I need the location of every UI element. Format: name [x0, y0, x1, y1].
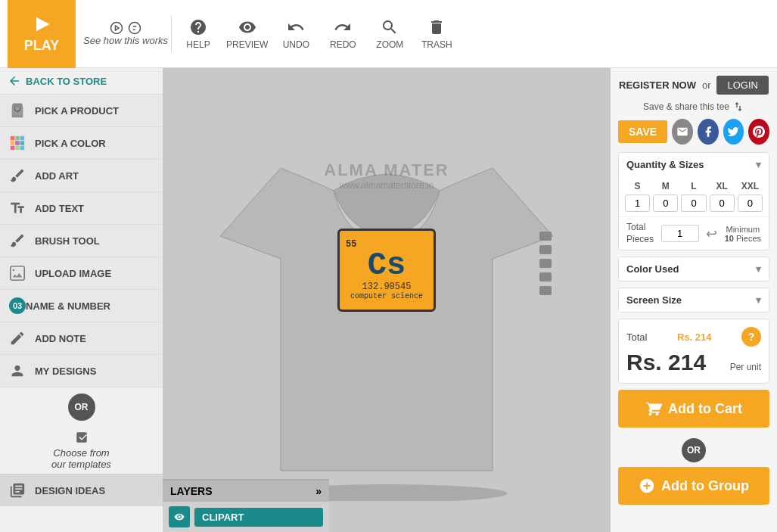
help-price-icon[interactable]: ?	[741, 327, 761, 347]
help-tool[interactable]: HELP	[179, 18, 217, 50]
element-name: computer science	[350, 292, 423, 300]
size-xxl-input[interactable]	[738, 194, 763, 212]
price-section: Total Rs. 214 ? Rs. 214 Per unit	[618, 319, 769, 384]
sidebar-item-my-designs[interactable]: MY DESIGNS	[0, 355, 163, 387]
back-to-store-link[interactable]: BACK TO STORE	[0, 68, 163, 95]
size-s-input[interactable]	[625, 194, 650, 212]
total-line: Total Rs. 214 ?	[626, 327, 761, 347]
zoom-tool[interactable]: ZOOM	[371, 18, 409, 50]
or-divider: OR	[68, 394, 95, 421]
sidebar-item-add-note-label: ADD NOTE	[35, 333, 86, 344]
resize-handle-mid2[interactable]	[539, 259, 552, 268]
price-big: Rs. 214	[626, 350, 706, 375]
resize-handle-top[interactable]	[539, 232, 552, 241]
svg-rect-3	[11, 136, 15, 141]
canvas-area: ALMA MATER www.almamaterstore.in 55 Cs 1…	[163, 68, 611, 532]
layers-header: LAYERS »	[163, 481, 329, 502]
screen-size-header[interactable]: Screen Size ▾	[619, 288, 769, 312]
choose-templates-link[interactable]: Choose fromour templates	[0, 427, 163, 474]
clipart-element[interactable]: 55 Cs 132.90545 computer science	[337, 229, 436, 312]
add-to-group-label: Add to Group	[661, 478, 749, 494]
sidebar-item-add-text[interactable]: ADD TEXT	[0, 192, 163, 225]
sidebar-item-brush-tool-label: BRUSH TOOL	[35, 235, 100, 247]
trash-tool[interactable]: TRASH	[418, 18, 455, 50]
sidebar-item-pick-product-label: PICK A PRODUCT	[35, 105, 119, 117]
sidebar-item-design-ideas[interactable]: DESIGN IDEAS	[0, 474, 163, 506]
total-pieces-input[interactable]	[661, 225, 699, 242]
layers-expand-icon[interactable]: »	[315, 485, 322, 497]
sidebar-item-pick-color-label: PICK A COLOR	[35, 138, 106, 149]
or-badge: OR	[682, 438, 706, 462]
resize-handle-mid1[interactable]	[539, 245, 552, 254]
sidebar-item-upload-image[interactable]: UPLOAD IMAGE	[0, 257, 163, 290]
add-to-group-button[interactable]: Add to Group	[618, 467, 769, 505]
size-xl-input[interactable]	[710, 194, 735, 212]
main-content: BACK TO STORE PICK A PRODUCT PICK A COLO…	[0, 68, 777, 532]
layers-title: LAYERS	[170, 485, 213, 497]
sidebar-item-name-number[interactable]: 03 NAME & NUMBER	[0, 290, 163, 322]
total-text: Total	[626, 331, 647, 343]
top-bar: PLAY See how this works HELP PREVIEW UND…	[0, 0, 777, 68]
pinterest-share-button[interactable]	[748, 119, 769, 145]
svg-rect-10	[15, 146, 20, 151]
play-label: PLAY	[24, 38, 59, 54]
facebook-share-button[interactable]	[698, 119, 719, 145]
quantity-sizes-header[interactable]: Quantity & Sizes ▾	[619, 153, 769, 176]
save-button[interactable]: SAVE	[618, 120, 667, 143]
resize-handle-mid3[interactable]	[539, 272, 552, 282]
preview-tool[interactable]: PREVIEW	[226, 18, 268, 50]
play-button[interactable]: PLAY	[8, 0, 76, 68]
element-symbol: Cs	[368, 250, 406, 282]
design-ideas-label: DESIGN IDEAS	[35, 485, 105, 496]
sidebar-item-add-text-label: ADD TEXT	[35, 203, 84, 214]
size-m-input[interactable]	[653, 194, 678, 212]
sidebar-item-add-art-label: ADD ART	[35, 170, 79, 182]
total-pieces-label: TotalPieces	[626, 222, 654, 245]
register-button[interactable]: REGISTER NOW	[619, 79, 696, 91]
layer-clipart-name[interactable]: CLIPART	[194, 508, 323, 527]
quantity-sizes-title: Quantity & Sizes	[626, 159, 704, 170]
svg-rect-11	[20, 146, 24, 151]
undo-arrow[interactable]: ↩	[706, 226, 717, 242]
sidebar-item-pick-color[interactable]: PICK A COLOR	[0, 127, 163, 160]
size-l-input[interactable]	[681, 194, 706, 212]
tshirt-container: ALMA MATER www.almamaterstore.in 55 Cs 1…	[220, 100, 553, 501]
svg-rect-4	[15, 136, 20, 141]
screen-size-chevron: ▾	[756, 294, 761, 306]
size-xxl-label: XXL	[738, 181, 763, 191]
sidebar-item-add-note[interactable]: ADD NOTE	[0, 322, 163, 355]
undo-label: UNDO	[283, 39, 309, 50]
resize-handle-bottom[interactable]	[539, 286, 552, 295]
add-to-cart-button[interactable]: Add to Cart	[618, 390, 769, 428]
total-amount: Rs. 214	[677, 331, 712, 343]
email-share-button[interactable]	[672, 119, 693, 145]
sidebar-item-pick-product[interactable]: PICK A PRODUCT	[0, 95, 163, 127]
color-used-header[interactable]: Color Used ▾	[619, 257, 769, 281]
svg-rect-12	[11, 266, 24, 280]
social-actions: SAVE	[618, 119, 769, 145]
sidebar-item-my-designs-label: MY DESIGNS	[35, 366, 96, 377]
min-pieces-label: Minimum10 Pieces	[725, 225, 761, 243]
layer-eye-toggle[interactable]	[169, 506, 190, 527]
sidebar-item-brush-tool[interactable]: BRUSH TOOL	[0, 225, 163, 257]
svg-point-1	[129, 23, 141, 34]
zoom-label: ZOOM	[376, 39, 403, 50]
how-it-works-link[interactable]: See how this works	[83, 21, 168, 46]
undo-tool[interactable]: UNDO	[277, 18, 315, 50]
size-l-label: L	[681, 181, 706, 191]
svg-point-13	[13, 269, 15, 272]
sidebar-item-add-art[interactable]: ADD ART	[0, 160, 163, 192]
quantity-sizes-section: Quantity & Sizes ▾ S M L XL XXL TotalPie…	[618, 152, 769, 250]
login-button[interactable]: LOGIN	[716, 76, 768, 95]
svg-rect-6	[11, 141, 15, 145]
how-it-works-label: See how this works	[83, 35, 168, 46]
svg-rect-7	[15, 141, 20, 145]
price-value: 214	[668, 350, 706, 375]
or-label: or	[702, 79, 711, 91]
right-panel: REGISTER NOW or LOGIN Save & share this …	[611, 68, 777, 532]
redo-tool[interactable]: REDO	[324, 18, 362, 50]
svg-rect-8	[20, 141, 24, 145]
add-to-cart-label: Add to Cart	[668, 401, 742, 417]
twitter-share-button[interactable]	[723, 119, 744, 145]
save-share-bar: Save & share this tee	[618, 101, 769, 113]
